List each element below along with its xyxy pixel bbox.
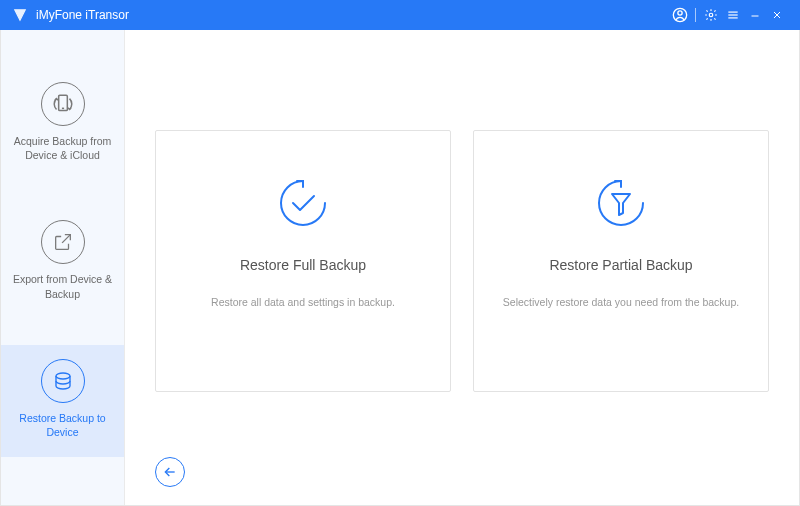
card-title: Restore Full Backup [240, 257, 366, 273]
arrow-left-icon [162, 464, 178, 480]
card-title: Restore Partial Backup [549, 257, 692, 273]
sidebar-item-acquire-backup[interactable]: Acquire Backup from Device & iCloud [1, 68, 124, 180]
sidebar-item-label: Acquire Backup from Device & iCloud [9, 134, 116, 162]
sidebar-item-label: Export from Device & Backup [9, 272, 116, 300]
export-icon [41, 220, 85, 264]
sidebar: Acquire Backup from Device & iCloud Expo… [1, 30, 125, 505]
account-icon[interactable] [669, 4, 691, 26]
settings-icon[interactable] [700, 4, 722, 26]
svg-point-2 [709, 13, 713, 17]
main-content: Restore Full Backup Restore all data and… [125, 30, 799, 505]
card-desc: Restore all data and settings in backup. [191, 295, 415, 311]
app-title: iMyFone iTransor [36, 8, 129, 22]
titlebar-separator [695, 8, 696, 22]
restore-full-icon [271, 171, 335, 235]
card-restore-partial-backup[interactable]: Restore Partial Backup Selectively resto… [473, 130, 769, 392]
restore-partial-icon [589, 171, 653, 235]
close-button[interactable] [766, 4, 788, 26]
svg-point-11 [56, 373, 70, 379]
sidebar-item-export[interactable]: Export from Device & Backup [1, 206, 124, 318]
app-body: Acquire Backup from Device & iCloud Expo… [0, 30, 800, 506]
phone-sync-icon [41, 82, 85, 126]
minimize-button[interactable] [744, 4, 766, 26]
app-logo-icon [12, 7, 28, 23]
sidebar-item-restore-backup[interactable]: Restore Backup to Device [1, 345, 124, 457]
back-button[interactable] [155, 457, 185, 487]
svg-point-1 [678, 11, 682, 15]
card-row: Restore Full Backup Restore all data and… [155, 130, 769, 392]
card-restore-full-backup[interactable]: Restore Full Backup Restore all data and… [155, 130, 451, 392]
card-desc: Selectively restore data you need from t… [483, 295, 759, 311]
restore-icon [41, 359, 85, 403]
menu-icon[interactable] [722, 4, 744, 26]
titlebar: iMyFone iTransor [0, 0, 800, 30]
sidebar-item-label: Restore Backup to Device [9, 411, 116, 439]
